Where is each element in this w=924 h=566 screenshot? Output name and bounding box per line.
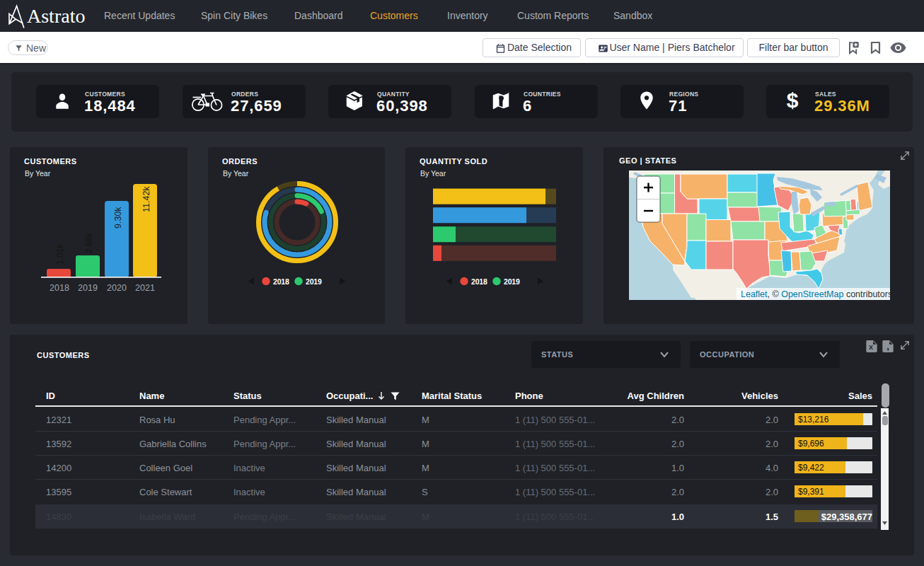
svg-text:2.68k: 2.68k [84,232,94,253]
svg-text:Leaflet, © OpenStreetMap contr: Leaflet, © OpenStreetMap contributors [741,289,890,299]
svg-text:2018: 2018 [273,277,289,286]
svg-text:11.42k: 11.42k [142,186,151,212]
svg-text:2018: 2018 [50,283,69,293]
svg-text:1.01k: 1.01k [55,243,65,265]
svg-text:2021: 2021 [135,283,155,293]
svg-text:$: $ [787,89,799,110]
svg-text:2018: 2018 [471,277,487,286]
svg-text:2020: 2020 [107,283,127,293]
svg-text:2019: 2019 [78,283,98,293]
svg-text:9.30k: 9.30k [113,207,123,229]
svg-text:,: , [887,341,889,352]
svg-text:2019: 2019 [504,277,520,286]
svg-text:X: X [869,344,873,351]
svg-text:2019: 2019 [306,277,322,286]
